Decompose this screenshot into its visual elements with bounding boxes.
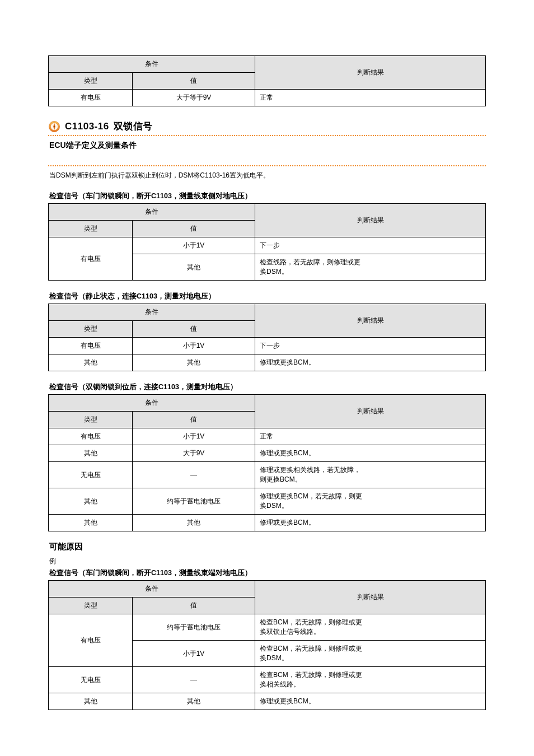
table-row: 有电压 bbox=[49, 90, 133, 106]
table-row: 其他 bbox=[49, 693, 133, 710]
th-type: 类型 bbox=[49, 73, 133, 90]
th-val: 值 bbox=[133, 73, 255, 90]
table-row: 检查BCM，若无故障，则修理或更 换相关线路。 bbox=[255, 667, 486, 693]
th-type: 类型 bbox=[49, 321, 133, 338]
table-row: 其他 bbox=[133, 254, 255, 281]
table-row: 小于1V bbox=[133, 428, 255, 445]
table-row: 约等于蓄电池电压 bbox=[133, 614, 255, 641]
table-title: 检查信号（双锁闭锁到位后，连接C1103，测量对地电压） bbox=[49, 382, 486, 392]
table-title: 检查信号（车门闭锁瞬间，断开C1103，测量线束侧对地电压） bbox=[49, 192, 486, 201]
table-d: 条件 判断结果 类型 值 有电压 约等于蓄电池电压 检查BCM，若无故障，则修理… bbox=[48, 580, 486, 710]
table-row: 大于9V bbox=[133, 445, 255, 462]
table-row: 其他 bbox=[49, 445, 133, 462]
table-row: 约等于蓄电池电压 bbox=[133, 488, 255, 515]
table-row: 有电压 bbox=[49, 614, 133, 667]
table-b: 条件 判断结果 类型 值 有电压 小于1V 下一步 其他 其他 修理或更换BCM… bbox=[48, 304, 486, 371]
table-row: 大于等于9V bbox=[133, 90, 255, 106]
intro-text: 当DSM判断到左前门执行器双锁止到位时，DSM将C1103-16置为低电平。 bbox=[49, 171, 486, 180]
section-name: 双锁信号 bbox=[114, 120, 153, 133]
table-row: 修理或更换相关线路，若无故障， 则更换BCM。 bbox=[255, 462, 486, 488]
compass-icon bbox=[48, 120, 60, 133]
divider bbox=[48, 135, 486, 136]
table-row: 检查BCM，若无故障，则修理或更 换DSM。 bbox=[255, 641, 486, 667]
table-row: 其他 bbox=[133, 693, 255, 710]
table-row: ― bbox=[133, 667, 255, 693]
table-row: 有电压 bbox=[49, 428, 133, 445]
th-res: 判断结果 bbox=[255, 204, 486, 237]
th-res: 判断结果 bbox=[255, 581, 486, 614]
table-row: 修理或更换BCM。 bbox=[255, 693, 486, 710]
svg-point-2 bbox=[54, 125, 55, 127]
table-row: ― bbox=[133, 462, 255, 488]
th-val: 值 bbox=[133, 321, 255, 338]
subsection-title: ECU端子定义及测量条件 bbox=[49, 141, 486, 151]
table-row: 修理或更换BCM，若无故障，则更 换DSM。 bbox=[255, 488, 486, 515]
th-val: 值 bbox=[133, 412, 255, 428]
th-cond: 条件 bbox=[49, 395, 255, 412]
table-row: 小于1V bbox=[133, 338, 255, 354]
example-label: 例 bbox=[49, 557, 486, 566]
th-cond: 条件 bbox=[49, 304, 255, 321]
th-cond: 条件 bbox=[49, 56, 255, 73]
table-row: 下一步 bbox=[255, 237, 486, 254]
table-row: 修理或更换BCM。 bbox=[255, 354, 486, 371]
th-res: 判断结果 bbox=[255, 395, 486, 428]
table-prev: 条件 判断结果 类型 值 有电压 大于等于9V 正常 bbox=[48, 55, 486, 106]
th-val: 值 bbox=[133, 598, 255, 614]
table-row: 无电压 bbox=[49, 462, 133, 488]
table-row: 其他 bbox=[49, 515, 133, 531]
th-type: 类型 bbox=[49, 598, 133, 614]
th-val: 值 bbox=[133, 221, 255, 237]
table-row: 小于1V bbox=[133, 641, 255, 667]
table-row: 修理或更换BCM。 bbox=[255, 515, 486, 531]
section-id: C1103-16 bbox=[65, 121, 109, 132]
th-type: 类型 bbox=[49, 221, 133, 237]
table-row: 检查BCM，若无故障，则修理或更 换双锁止信号线路。 bbox=[255, 614, 486, 641]
divider bbox=[48, 165, 486, 166]
table-c: 条件 判断结果 类型 值 有电压 小于1V 正常 其他 大于9V 修理或更换BC… bbox=[48, 394, 486, 531]
section-heading: C1103-16 双锁信号 bbox=[48, 120, 486, 133]
table-row: 正常 bbox=[255, 428, 486, 445]
table-row: 有电压 bbox=[49, 338, 133, 354]
subsection-title: 可能原因 bbox=[49, 542, 486, 552]
table-row: 正常 bbox=[255, 90, 486, 106]
table-title: 检查信号（车门闭锁瞬间，断开C1103，测量线束端对地电压） bbox=[49, 568, 486, 578]
table-row: 其他 bbox=[133, 515, 255, 531]
table-row: 其他 bbox=[49, 488, 133, 515]
table-row: 小于1V bbox=[133, 237, 255, 254]
table-row: 无电压 bbox=[49, 667, 133, 693]
th-res: 判断结果 bbox=[255, 56, 486, 90]
th-cond: 条件 bbox=[49, 581, 255, 598]
table-row: 有电压 bbox=[49, 237, 133, 281]
th-type: 类型 bbox=[49, 412, 133, 428]
table-row: 其他 bbox=[49, 354, 133, 371]
table-title: 检查信号（静止状态，连接C1103，测量对地电压） bbox=[49, 292, 486, 301]
table-row: 检查线路，若无故障，则修理或更 换DSM。 bbox=[255, 254, 486, 281]
table-row: 下一步 bbox=[255, 338, 486, 354]
table-row: 其他 bbox=[133, 354, 255, 371]
table-a: 条件 判断结果 类型 值 有电压 小于1V 下一步 其他 检查线路，若无故障，则… bbox=[48, 203, 486, 281]
table-row: 修理或更换BCM。 bbox=[255, 445, 486, 462]
th-cond: 条件 bbox=[49, 204, 255, 221]
th-res: 判断结果 bbox=[255, 304, 486, 338]
